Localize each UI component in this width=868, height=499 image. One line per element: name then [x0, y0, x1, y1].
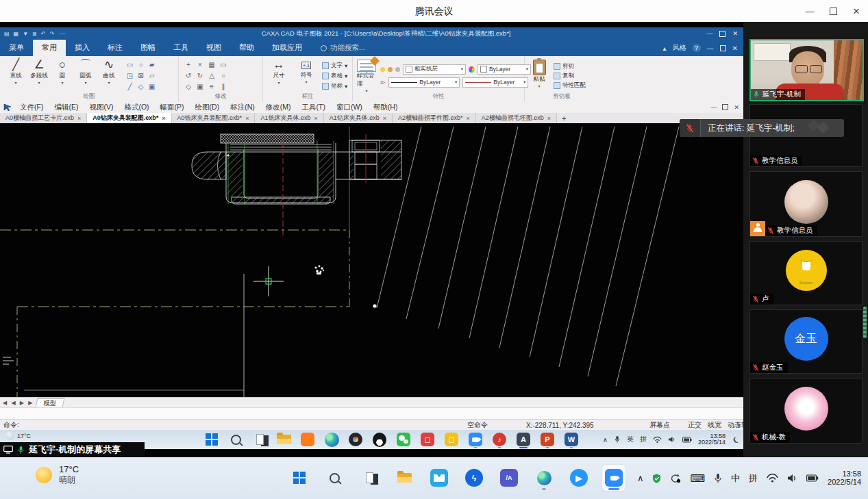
red-app-icon[interactable]: ◻ [420, 432, 435, 447]
powerpoint-icon[interactable]: P [540, 432, 555, 447]
layer-freeze-icon[interactable] [388, 67, 393, 72]
video-tile[interactable]: 机械-教 [749, 378, 863, 444]
security-shield-icon[interactable] [652, 474, 661, 483]
style-button[interactable]: 风格 [673, 43, 686, 53]
app-menu-icon[interactable] [3, 103, 12, 111]
close-tab-icon[interactable]: × [245, 115, 249, 122]
draw-tool-多段线[interactable]: ∠多段线▾ [27, 58, 51, 93]
ribbon-tab-视图[interactable]: 视图 [197, 40, 230, 56]
ribbon-tab-加载应用[interactable]: 加载应用 [263, 40, 311, 56]
quark-browser-icon[interactable]: ▶ [567, 465, 591, 491]
close-tab-icon[interactable]: × [77, 115, 81, 122]
menu-item-标注(N)[interactable]: 标注(N) [225, 103, 260, 112]
child-restore-icon[interactable] [722, 104, 728, 110]
paste-tool[interactable]: 粘贴▾ [529, 58, 549, 93]
foxit-reader-icon[interactable] [300, 432, 315, 447]
draw-tool-icon[interactable]: ╱ [125, 81, 135, 92]
document-tab[interactable]: A0钻床夹具装配图.exb*× [87, 113, 171, 123]
menu-item-文件(F)[interactable]: 文件(F) [14, 103, 49, 112]
video-tile[interactable]: 金玉赵金玉 [749, 309, 863, 374]
ribbon-tab-图幅[interactable]: 图幅 [132, 40, 164, 56]
draw-tool-icon[interactable]: ▭ [125, 60, 135, 70]
windows-start-icon[interactable] [288, 465, 311, 491]
modify-tool-icon[interactable]: ○ [218, 71, 229, 81]
modify-tool-icon[interactable]: ≡ [206, 81, 217, 92]
collapse-ribbon-icon[interactable]: ▴ [663, 44, 667, 52]
media-app-icon[interactable] [348, 432, 363, 447]
microsoft-edge-icon[interactable] [324, 432, 339, 447]
document-tab[interactable]: A1铣床夹具体.exb× [255, 113, 323, 123]
doc-restore-icon[interactable] [720, 45, 726, 51]
yellow-notes-app-icon[interactable]: ◻ [444, 432, 459, 447]
touch-keyboard-icon[interactable]: ⌨ [690, 472, 705, 485]
print-icon[interactable]: ≣ [32, 31, 37, 37]
new-tab-button[interactable]: + [557, 113, 571, 123]
tray-chevron-icon[interactable]: ∧ [637, 473, 644, 483]
modify-tool-icon[interactable]: ◇ [183, 81, 194, 92]
annotate-tool-文字[interactable]: 文字▾ [322, 61, 347, 71]
night-mode-icon[interactable] [732, 436, 739, 444]
tray-chevron-icon[interactable]: ∧ [603, 436, 608, 444]
modify-tool-icon[interactable]: ▣ [195, 81, 206, 92]
modify-tool-icon[interactable]: ↻ [195, 71, 206, 81]
layer-visibility-icon[interactable] [380, 67, 385, 72]
tencent-meeting-icon[interactable] [468, 432, 483, 447]
document-tab[interactable]: A2横轴曲拐零件图.exb*× [393, 113, 476, 123]
menu-item-编辑(E)[interactable]: 编辑(E) [49, 103, 84, 112]
sync-icon[interactable] [670, 474, 681, 483]
draw-tool-icon[interactable]: ○ [136, 60, 146, 70]
clock[interactable]: 13:58 2022/5/14 [828, 470, 861, 486]
dimension-tool[interactable]: ↔ 尺寸▾ [267, 58, 290, 93]
ribbon-tab-插入[interactable]: 插入 [66, 40, 99, 56]
close-tab-icon[interactable]: × [383, 115, 386, 122]
color-wheel-icon[interactable] [469, 66, 475, 73]
tray-mic-icon[interactable] [714, 473, 722, 483]
modify-tool-icon[interactable]: × [195, 60, 206, 70]
modify-tool-icon[interactable]: + [183, 60, 194, 70]
linetype-icon[interactable]: ≡· [380, 79, 386, 86]
video-tile[interactable]: 教学信息员 [749, 171, 863, 237]
shared-weather-widget[interactable]: 17°C [5, 431, 31, 440]
shared-clock[interactable]: 13:58 2022/5/14 [698, 433, 726, 446]
draw-tool-icon[interactable]: ◳ [125, 71, 135, 81]
netease-music-icon[interactable]: ♪ [492, 432, 507, 447]
draw-tool-圆弧[interactable]: ⌒圆弧▾ [74, 58, 97, 93]
ime-mode-indicator[interactable]: 拼 [640, 435, 647, 444]
layer-lock-icon[interactable] [395, 67, 400, 72]
file-explorer-icon[interactable] [393, 465, 416, 491]
video-tile[interactable]: Simpson卢 [749, 241, 863, 305]
maximize-button[interactable] [821, 0, 845, 22]
windows-start-icon[interactable] [204, 432, 219, 447]
menu-item-格式(O)[interactable]: 格式(O) [119, 103, 154, 112]
document-tab[interactable]: A1钻床夹具体.exb× [324, 113, 393, 123]
doc-minimize-icon[interactable]: — [707, 44, 714, 52]
video-tile-main[interactable]: 延飞宇-机制 [749, 39, 864, 101]
cad-canvas[interactable] [0, 123, 743, 397]
close-tab-icon[interactable]: × [314, 115, 317, 122]
annotate-tool-表格[interactable]: 表格▾ [322, 71, 347, 81]
draw-tool-曲线[interactable]: ∿曲线▾ [97, 58, 121, 93]
model-tab[interactable]: 模型 [36, 398, 65, 407]
help-icon[interactable]: ? [693, 44, 701, 52]
file-explorer-icon[interactable] [276, 432, 291, 447]
tencent-meeting-icon[interactable] [602, 465, 625, 491]
close-tab-icon[interactable]: × [547, 115, 551, 122]
ribbon-tab-工具[interactable]: 工具 [164, 40, 197, 56]
microsoft-edge-icon[interactable] [532, 465, 556, 491]
caxa-cad-icon[interactable]: A [516, 432, 531, 447]
tray-mic-icon[interactable] [614, 435, 621, 444]
document-tab[interactable]: A0铣床夹具装配图.exb*× [172, 113, 256, 123]
cad-restore-button[interactable] [719, 31, 726, 37]
wifi-icon[interactable] [653, 436, 662, 443]
symbol-tool[interactable]: +.1 符号▾ [295, 58, 318, 93]
status-more-icon[interactable]: ▾ [737, 422, 741, 429]
volume-icon[interactable] [668, 436, 676, 443]
status-screen-point[interactable]: 屏幕点 [649, 420, 670, 430]
style-manager-tool[interactable]: 样式管理▾ [357, 58, 376, 93]
ribbon-tab-菜单[interactable]: 菜单 [0, 40, 33, 56]
annotate-tool-坐标[interactable]: 坐标▾ [322, 81, 347, 91]
clipboard-剪切[interactable]: 剪切 [554, 62, 586, 71]
menu-item-视图(V)[interactable]: 视图(V) [84, 103, 119, 112]
child-minimize-icon[interactable]: — [710, 104, 717, 111]
cad-close-button[interactable]: ✕ [732, 30, 738, 37]
